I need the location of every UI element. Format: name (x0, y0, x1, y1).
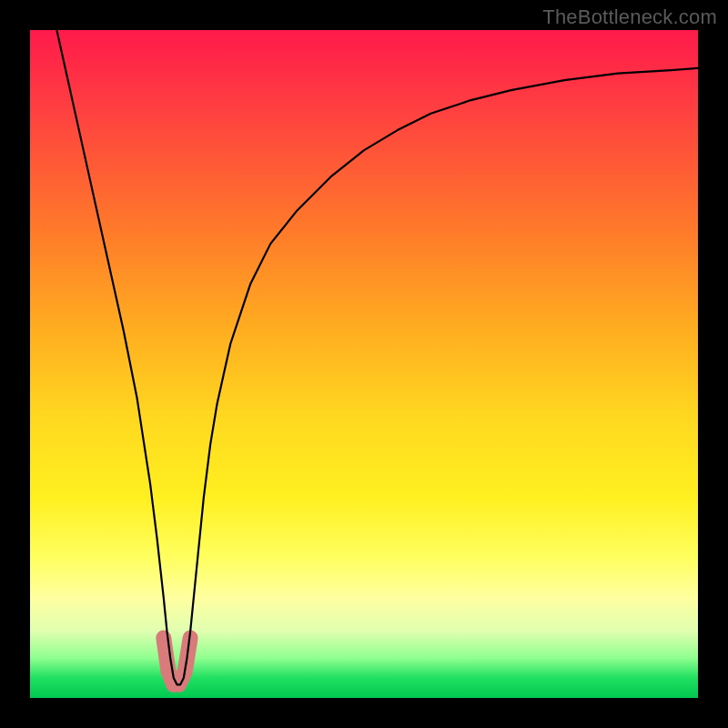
watermark-text: TheBottleneck.com (542, 5, 717, 29)
plot-area (30, 30, 698, 698)
curve-line (56, 30, 698, 684)
chart-frame: TheBottleneck.com (0, 0, 728, 728)
chart-svg (30, 30, 698, 698)
